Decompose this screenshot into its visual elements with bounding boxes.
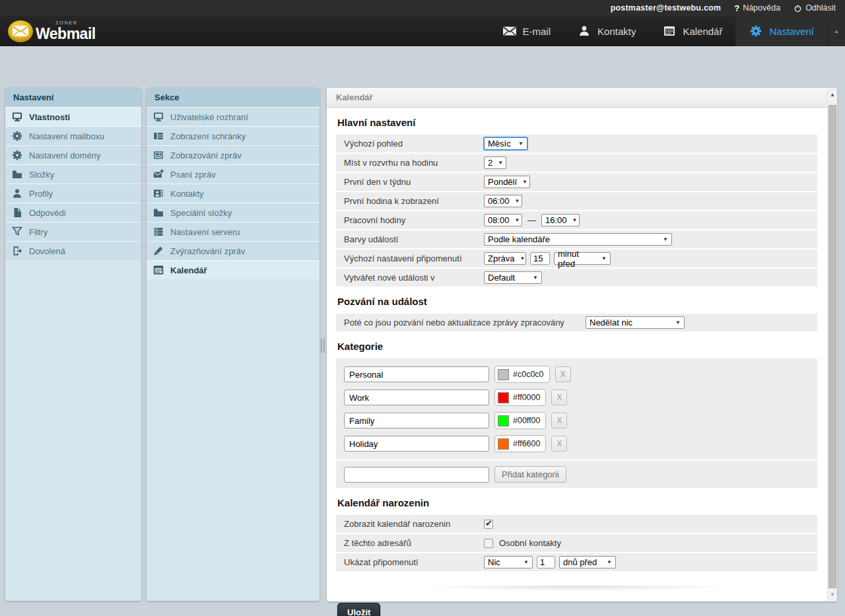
add-category-button[interactable]: Přidat kategorii: [494, 466, 566, 483]
person-icon: [12, 188, 22, 199]
gear-icon: [12, 131, 22, 141]
brand-logo: ZONER Webmail: [0, 16, 489, 46]
top-bar: postmaster@testwebu.com ? Nápověda Odhlá…: [0, 0, 845, 16]
tab-nastaveni[interactable]: Nastavení: [735, 16, 827, 46]
document-icon: [12, 207, 22, 218]
tab-kontakty[interactable]: Kontakty: [564, 16, 649, 46]
user-email: postmaster@testwebu.com: [611, 3, 722, 13]
working-hours-to-select[interactable]: 16:00: [541, 214, 580, 226]
category-color-button[interactable]: #ff6600: [494, 435, 546, 452]
category-name-input[interactable]: [344, 366, 489, 382]
section-item-specialni-slozky[interactable]: Speciální složky: [147, 203, 320, 222]
first-hour-select[interactable]: 06:00: [484, 195, 522, 207]
sidebar-item-nastaveni-domeny[interactable]: Nastavení domény: [5, 145, 141, 164]
scrollbar[interactable]: [827, 88, 837, 601]
working-hours-from-select[interactable]: 08:00: [484, 214, 522, 226]
category-color-button[interactable]: #00ff00: [494, 412, 546, 429]
sidebar-item-nastaveni-mailboxu[interactable]: Nastavení mailboxu: [5, 126, 141, 145]
mail-plus-icon: [153, 169, 164, 180]
color-hex-label: #ff6600: [513, 439, 540, 448]
color-swatch: [498, 438, 509, 450]
remove-category-button[interactable]: X: [555, 366, 571, 382]
section-item-nastaveni-serveru[interactable]: Nastavení serveru: [147, 222, 320, 241]
calendar-icon: [153, 265, 164, 275]
row-working-hours: Pracovní hodiny 08:00 — 16:00: [336, 211, 817, 229]
row-event-colors: Barvy událostí Podle kalendáře: [336, 230, 817, 248]
remove-category-button[interactable]: X: [551, 390, 567, 405]
color-swatch: [498, 369, 509, 380]
color-hex-label: #c0c0c0: [513, 370, 544, 379]
category-name-input[interactable]: [344, 390, 489, 405]
categories-block: #c0c0c0 X #ff0000 X #00ff00 X: [336, 359, 817, 460]
scroll-up-button[interactable]: [828, 89, 837, 100]
scrollbar-thumb[interactable]: [828, 105, 836, 588]
color-swatch: [498, 415, 509, 427]
calendar-icon: [662, 25, 677, 37]
heading-hlavni-nastaveni: Hlavní nastavení: [337, 117, 817, 128]
row-first-day: První den v týdnu Pondělí: [336, 173, 817, 191]
new-category-input[interactable]: [344, 467, 489, 483]
gear-icon: [12, 150, 22, 160]
reminder-amount-input[interactable]: [530, 252, 550, 265]
default-view-select[interactable]: Měsíc: [484, 137, 527, 150]
sidebar-item-odpovedi[interactable]: Odpovědi: [5, 203, 141, 222]
row-slots-per-hour: Míst v rozvrhu na hodinu 2: [336, 154, 817, 172]
save-button[interactable]: Uložit: [337, 603, 380, 616]
sidebar-item-vlastnosti[interactable]: Vlastnosti: [5, 107, 141, 126]
person-icon: [577, 25, 592, 37]
scroll-down-button[interactable]: [828, 589, 837, 600]
section-item-kontakty[interactable]: Kontakty: [147, 184, 320, 203]
row-first-hour: První hodina k zobrazení 06:00: [336, 192, 817, 210]
color-hex-label: #ff0000: [513, 393, 540, 402]
tab-email[interactable]: E-mail: [489, 16, 564, 46]
pencil-icon: [153, 246, 164, 256]
help-link[interactable]: ? Nápověda: [734, 3, 780, 13]
folder-icon: [153, 207, 164, 218]
category-color-button[interactable]: #c0c0c0: [494, 366, 550, 383]
sidebar-item-dovolena[interactable]: Dovolená: [5, 241, 141, 260]
birthday-reminder-type-select[interactable]: Nic: [484, 556, 533, 568]
sidebar-item-filtry[interactable]: Filtry: [5, 222, 141, 241]
first-day-select[interactable]: Pondělí: [484, 176, 530, 188]
remove-category-button[interactable]: X: [551, 436, 567, 452]
panel-resize-handle[interactable]: [321, 339, 325, 353]
sidebar-item-slozky[interactable]: Složky: [5, 164, 141, 184]
birthday-reminder-amount-input[interactable]: [537, 556, 555, 568]
collapse-navbar-button[interactable]: [828, 16, 845, 46]
logout-link[interactable]: Odhlásit: [794, 3, 836, 13]
category-color-button[interactable]: #ff0000: [494, 389, 546, 406]
sections-nav-panel: Sekce Uživatelské rozhraní Zobrazení sch…: [147, 88, 320, 601]
main-panel: Kalendář Hlavní nastavení Výchozí pohled…: [327, 88, 837, 601]
category-name-input[interactable]: [344, 413, 489, 428]
create-events-in-select[interactable]: Default: [484, 271, 542, 284]
color-swatch: [498, 392, 509, 403]
gear-icon: [749, 25, 763, 37]
envelope-icon: [502, 25, 517, 37]
slots-per-hour-select[interactable]: 2: [484, 156, 506, 169]
event-colors-select[interactable]: Podle kalendáře: [484, 233, 672, 246]
section-item-uzivatelske-rozhrani[interactable]: Uživatelské rozhraní: [147, 107, 320, 126]
category-row: #ff6600 X: [344, 435, 817, 452]
monitor-icon: [153, 112, 164, 122]
shadow-divider: [376, 586, 778, 595]
section-item-kalendar[interactable]: Kalendář: [147, 260, 320, 279]
row-default-reminder: Výchozí nastavení připomenutí Zpráva min…: [336, 250, 817, 267]
sections-nav-title: Sekce: [147, 88, 320, 107]
invitations-action-select[interactable]: Nedělat nic: [586, 316, 685, 329]
category-row: #00ff00 X: [344, 412, 817, 429]
nav-bar: ZONER Webmail E-mail Kontakty: [0, 16, 845, 46]
birthday-reminder-unit-select[interactable]: dnů před: [559, 556, 616, 568]
section-item-zobrazovani-zprav[interactable]: Zobrazování zpráv: [147, 145, 320, 164]
remove-category-button[interactable]: X: [551, 413, 567, 428]
section-item-zvyraznovani-zprav[interactable]: Zvýrazňování zpráv: [147, 241, 320, 260]
personal-contacts-checkbox[interactable]: [484, 539, 493, 548]
section-item-zobrazeni-schranky[interactable]: Zobrazení schránky: [147, 126, 320, 145]
sidebar-item-profily[interactable]: Profily: [5, 184, 141, 203]
row-address-books: Z těchto adresářů Osobní kontakty: [336, 534, 817, 552]
reminder-unit-select[interactable]: minut před: [554, 252, 611, 265]
reminder-type-select[interactable]: Zpráva: [484, 252, 526, 265]
tab-kalendar[interactable]: Kalendář: [649, 16, 735, 46]
category-name-input[interactable]: [344, 436, 489, 452]
section-item-psani-zprav[interactable]: Psaní zpráv: [147, 164, 320, 184]
show-birthday-calendar-checkbox[interactable]: [484, 520, 493, 529]
